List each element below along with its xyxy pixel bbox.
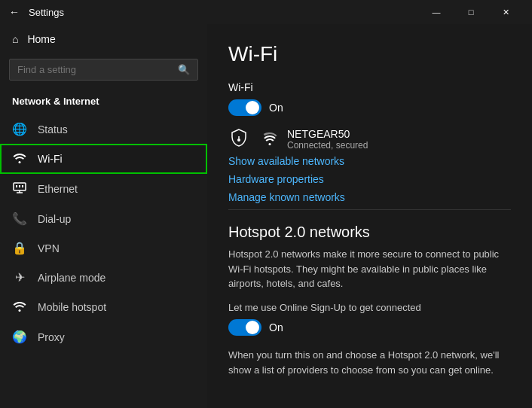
vpn-icon: 🔒 [12, 241, 27, 255]
search-input[interactable] [17, 64, 172, 75]
sidebar: ⌂ Home 🔍 Network & Internet 🌐 Status Wi-… [0, 24, 207, 408]
svg-rect-3 [22, 185, 23, 187]
sidebar-item-dialup[interactable]: 📞 Dial-up [0, 204, 207, 233]
page-title: Wi-Fi [228, 42, 511, 66]
sidebar-item-home[interactable]: ⌂ Home [0, 24, 207, 54]
hotspot-label: Mobile hotspot [38, 301, 106, 313]
svg-rect-1 [16, 185, 17, 187]
app-title: Settings [29, 7, 419, 18]
sidebar-item-status[interactable]: 🌐 Status [0, 114, 207, 144]
manage-networks-link[interactable]: Manage known networks [228, 191, 511, 203]
online-signup-toggle-label: On [269, 321, 283, 333]
sidebar-section-label: Network & Internet [0, 90, 207, 114]
minimize-button[interactable]: — [419, 0, 454, 24]
wifi-section-label: Wi-Fi [228, 81, 253, 93]
network-security-icon [228, 129, 249, 151]
vpn-label: VPN [38, 242, 60, 254]
dialup-label: Dial-up [38, 213, 71, 225]
online-signup-label: Let me use Online Sign-Up to get connect… [228, 300, 511, 315]
home-label: Home [27, 33, 55, 45]
sidebar-item-ethernet[interactable]: Ethernet [0, 174, 207, 204]
wifi-label: Wi-Fi [38, 153, 63, 165]
sidebar-item-vpn[interactable]: 🔒 VPN [0, 233, 207, 263]
proxy-icon: 🌍 [12, 330, 27, 344]
hotspot-icon [12, 300, 27, 315]
svg-rect-2 [19, 185, 20, 187]
wifi-icon [12, 151, 27, 166]
online-signup-toggle-container: On [228, 319, 511, 336]
hotspot-footer-text: When you turn this on and choose a Hotsp… [228, 348, 511, 377]
network-info: NETGEAR50 Connected, secured [287, 128, 368, 151]
toggle-thumb [246, 101, 259, 114]
network-name: NETGEAR50 [287, 128, 368, 140]
ethernet-icon [12, 181, 27, 196]
search-icon: 🔍 [178, 64, 190, 75]
airplane-icon: ✈ [12, 270, 27, 285]
sidebar-item-proxy[interactable]: 🌍 Proxy [0, 322, 207, 352]
search-box[interactable]: 🔍 [9, 59, 198, 81]
sidebar-item-label: Status [38, 123, 68, 135]
hotspot-section-title: Hotspot 2.0 networks [228, 224, 511, 241]
dialup-icon: 📞 [12, 212, 27, 226]
close-button[interactable]: ✕ [488, 0, 523, 24]
online-signup-toggle[interactable] [228, 319, 261, 336]
proxy-label: Proxy [38, 331, 65, 343]
hardware-properties-link[interactable]: Hardware properties [228, 173, 511, 185]
window-controls: — □ ✕ [419, 0, 523, 24]
show-networks-link[interactable]: Show available networks [228, 155, 511, 167]
sidebar-item-hotspot[interactable]: Mobile hotspot [0, 292, 207, 322]
maximize-button[interactable]: □ [454, 0, 488, 24]
main-layout: ⌂ Home 🔍 Network & Internet 🌐 Status Wi-… [0, 24, 532, 408]
title-bar: ← Settings — □ ✕ [0, 0, 532, 24]
back-button[interactable]: ← [9, 6, 20, 18]
wifi-toggle[interactable] [228, 99, 261, 116]
network-item: NETGEAR50 Connected, secured [228, 128, 511, 151]
sidebar-item-wifi[interactable]: Wi-Fi [0, 144, 207, 174]
status-icon: 🌐 [12, 122, 27, 136]
wifi-toggle-label: On [269, 102, 283, 114]
hotspot-description: Hotspot 2.0 networks make it more secure… [228, 247, 511, 291]
sidebar-item-airplane[interactable]: ✈ Airplane mode [0, 263, 207, 292]
wifi-label-row: Wi-Fi [228, 81, 511, 93]
online-signup-toggle-thumb [246, 321, 259, 334]
home-icon: ⌂ [12, 33, 18, 45]
right-panel: Wi-Fi Wi-Fi On [207, 24, 532, 408]
network-status: Connected, secured [287, 140, 368, 151]
divider [228, 209, 511, 210]
ethernet-label: Ethernet [38, 183, 78, 195]
wifi-toggle-container: On [228, 99, 511, 116]
airplane-label: Airplane mode [38, 272, 105, 284]
